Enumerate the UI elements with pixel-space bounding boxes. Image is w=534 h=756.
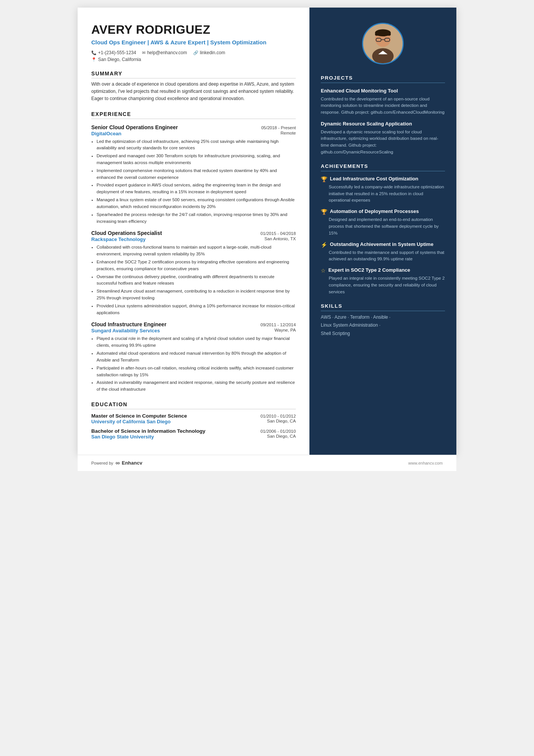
bullet-2-2: Enhanced the SOC2 Type 2 certification p… — [97, 259, 296, 272]
profile-svg — [363, 24, 403, 63]
edu-school-row-2: San Diego State University San Diego, CA — [91, 434, 296, 440]
project-desc-1: Contributed to the development of an ope… — [321, 96, 445, 116]
achievements-section: ACHIEVEMENTS 🏆 Lead Infrastructure Cost … — [321, 163, 445, 296]
job-item-3: Cloud Infrastructure Engineer 09/2011 - … — [91, 321, 296, 393]
skill-4: Ansible — [373, 315, 388, 320]
edu-item-2: Bachelor of Science in Information Techn… — [91, 428, 296, 440]
candidate-name: AVERY RODRIGUEZ — [91, 23, 296, 37]
bullet-3-2: Automated vital cloud operations and red… — [97, 350, 296, 364]
footer-website: www.enhancv.com — [408, 461, 443, 465]
achievement-icon-2: 🏆 — [321, 209, 327, 215]
job-company-1: DigitalOcean — [91, 131, 121, 136]
bullet-3-4: Assisted in vulnerability management and… — [97, 379, 296, 393]
summary-section: SUMMARY With over a decade of experience… — [91, 70, 296, 103]
job-title-1: Senior Cloud Operations Engineer — [91, 124, 178, 130]
job-dates-1: 05/2018 - Present — [261, 125, 296, 130]
bullet-2-4: Streamlined Azure cloud asset management… — [97, 288, 296, 302]
linkedin-contact: 🔗 linkedin.com — [193, 50, 225, 55]
resume-container: AVERY RODRIGUEZ Cloud Ops Engineer | AWS… — [78, 8, 456, 455]
phone-value: +1-(234)-555-1234 — [98, 50, 136, 55]
resume-page: AVERY RODRIGUEZ Cloud Ops Engineer | AWS… — [78, 8, 456, 471]
achievement-icon-4: ☆ — [321, 268, 326, 274]
achievement-item-1: 🏆 Lead Infrastructure Cost Optimization … — [321, 176, 445, 204]
summary-text: With over a decade of experience in clou… — [91, 81, 296, 103]
project-title-1: Enhanced Cloud Monitoring Tool — [321, 88, 445, 94]
achievements-title: ACHIEVEMENTS — [321, 163, 445, 171]
edu-location-2: San Diego, CA — [267, 434, 296, 440]
edu-school-1: University of California San Diego — [91, 419, 171, 424]
edu-school-row-1: University of California San Diego San D… — [91, 419, 296, 424]
projects-title: PROJECTS — [321, 75, 445, 83]
bullet-3-3: Participated in after-hours on-call rota… — [97, 365, 296, 379]
job-company-3: Sungard Availability Services — [91, 328, 160, 333]
edu-school-2: San Diego State University — [91, 434, 154, 440]
achievement-item-4: ☆ Expert in SOC2 Type 2 Compliance Playe… — [321, 267, 445, 295]
job-header-1: Senior Cloud Operations Engineer 05/2018… — [91, 124, 296, 130]
job-item-1: Senior Cloud Operations Engineer 05/2018… — [91, 124, 296, 225]
job-bullets-3: Played a crucial role in the deployment … — [91, 335, 296, 393]
skills-text: AWS · Azure · Terraform · Ansible · Linu… — [321, 313, 445, 338]
project-title-2: Dynamic Resource Scaling Application — [321, 121, 445, 127]
linkedin-value: linkedin.com — [200, 50, 225, 55]
email-value: help@enhancv.com — [147, 50, 187, 55]
job-location-3: Wayne, PA — [275, 328, 296, 333]
job-bullets-1: Led the optimization of cloud infrastruc… — [91, 138, 296, 225]
achievement-icon-1: 🏆 — [321, 176, 327, 182]
bullet-2-1: Collaborated with cross-functional teams… — [97, 244, 296, 258]
job-dates-2: 01/2015 - 04/2018 — [261, 231, 296, 236]
bullet-1-2: Developed and managed over 300 Terraform… — [97, 153, 296, 166]
job-title-2: Cloud Operations Specialist — [91, 230, 162, 236]
skill-5: Linux System Administration — [321, 322, 378, 328]
job-bullets-2: Collaborated with cross-functional teams… — [91, 244, 296, 316]
bullet-1-3: Implemented comprehensive monitoring sol… — [97, 167, 296, 181]
brand-name: Enhancv — [122, 460, 142, 466]
experience-section: EXPERIENCE Senior Cloud Operations Engin… — [91, 111, 296, 393]
experience-title: EXPERIENCE — [91, 111, 296, 119]
bullet-2-3: Oversaw the continuous delivery pipeline… — [97, 274, 296, 287]
project-item-2: Dynamic Resource Scaling Application Dev… — [321, 121, 445, 156]
job-location-1: Remote — [281, 131, 296, 136]
achievement-header-1: 🏆 Lead Infrastructure Cost Optimization — [321, 176, 445, 182]
achievement-title-3: Outstanding Achievement in System Uptime — [330, 241, 433, 248]
svg-rect-4 — [375, 33, 391, 36]
job-company-row-1: DigitalOcean Remote — [91, 131, 296, 136]
project-item-1: Enhanced Cloud Monitoring Tool Contribut… — [321, 88, 445, 116]
job-company-row-3: Sungard Availability Services Wayne, PA — [91, 328, 296, 333]
header-section: AVERY RODRIGUEZ Cloud Ops Engineer | AWS… — [91, 23, 296, 62]
achievement-desc-1: Successfully led a company-wide infrastr… — [321, 184, 445, 204]
job-company-2: Rackspace Technology — [91, 236, 146, 242]
edu-header-1: Master of Science in Computer Science 01… — [91, 413, 296, 419]
skills-section: SKILLS AWS · Azure · Terraform · Ansible… — [321, 303, 445, 338]
edu-dates-2: 01/2006 - 01/2010 — [261, 429, 296, 434]
footer-brand: Powered by ∞ Enhancv — [91, 460, 142, 466]
job-dates-3: 09/2011 - 12/2014 — [261, 322, 296, 327]
candidate-title: Cloud Ops Engineer | AWS & Azure Expert … — [91, 38, 296, 46]
location-value: San Diego, California — [98, 57, 141, 62]
edu-degree-1: Master of Science in Computer Science — [91, 413, 187, 419]
achievement-title-1: Lead Infrastructure Cost Optimization — [330, 176, 418, 182]
job-header-3: Cloud Infrastructure Engineer 09/2011 - … — [91, 321, 296, 327]
bullet-1-1: Led the optimization of cloud infrastruc… — [97, 138, 296, 152]
achievement-item-2: 🏆 Automation of Deployment Processes Des… — [321, 208, 445, 236]
achievement-desc-2: Designed and implemented an end-to-end a… — [321, 216, 445, 236]
edu-dates-1: 01/2010 - 01/2012 — [261, 414, 296, 418]
linkedin-icon: 🔗 — [193, 50, 198, 55]
achievement-icon-3: ⚡ — [321, 242, 327, 248]
projects-section: PROJECTS Enhanced Cloud Monitoring Tool … — [321, 75, 445, 156]
summary-title: SUMMARY — [91, 70, 296, 78]
bullet-1-5: Managed a linux system estate of over 50… — [97, 197, 296, 210]
profile-photo — [362, 23, 404, 64]
education-title: EDUCATION — [91, 401, 296, 409]
location-row: 📍 San Diego, California — [91, 57, 296, 62]
job-item-2: Cloud Operations Specialist 01/2015 - 04… — [91, 230, 296, 316]
left-panel: AVERY RODRIGUEZ Cloud Ops Engineer | AWS… — [78, 8, 309, 455]
phone-icon: 📞 — [91, 50, 97, 55]
achievement-header-4: ☆ Expert in SOC2 Type 2 Compliance — [321, 267, 445, 274]
bullet-1-4: Provided expert guidance in AWS cloud se… — [97, 182, 296, 196]
project-desc-2: Developed a dynamic resource scaling too… — [321, 129, 445, 156]
job-company-row-2: Rackspace Technology San Antonio, TX — [91, 236, 296, 242]
email-contact: ✉ help@enhancv.com — [142, 50, 187, 55]
email-icon: ✉ — [142, 50, 145, 55]
footer: Powered by ∞ Enhancv www.enhancv.com — [78, 455, 456, 471]
edu-location-1: San Diego, CA — [267, 419, 296, 424]
